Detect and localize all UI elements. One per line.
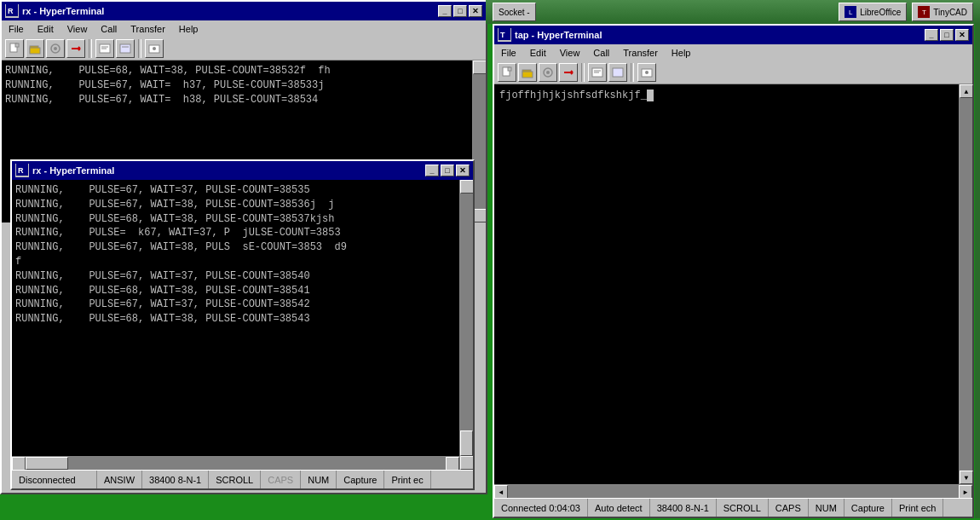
rx-menu-transfer[interactable]: Transfer [127,22,169,36]
rx-menu-call[interactable]: Call [97,22,120,36]
tinycad-label: TinyCAD [933,8,967,17]
svg-rect-34 [613,68,623,77]
libreoffice-icon: L [845,6,856,18]
rx-scroll-down-btn-top[interactable]: ▼ [473,209,486,222]
tap-window-icon: T [498,28,511,42]
rx-tb-open[interactable] [26,39,44,58]
rx-tb-capture[interactable] [145,39,164,58]
libreoffice-label: LibreOffice [860,8,901,17]
tap-tb-receive[interactable] [608,63,627,82]
tap-menu-transfer[interactable]: Transfer [620,46,661,60]
rx-menu-file[interactable]: File [5,22,27,36]
svg-text:R: R [18,166,24,175]
tap-tb-capture[interactable] [637,63,656,82]
terminal-line-3: RUNNING, PULSE=67, WAIT= h38, PULSE-COUN… [5,93,482,107]
tap-tb-sep2 [631,63,634,82]
tap-scrollbar-v: ▲ ▼ [959,84,972,484]
rx-maximize-button[interactable]: □ [453,5,467,17]
desktop-right-edge [975,24,980,518]
tap-status-encoding: Auto detect [588,499,650,517]
inner-line-2: RUNNING, PULSE=68, WAIT=38, PULSE-COUNT=… [15,212,470,227]
rx-tb-new[interactable] [5,39,24,58]
app-btn-tinycad[interactable]: T TinyCAD [912,3,973,21]
app-btn-socket[interactable]: Socket - [493,3,536,21]
tap-tb-send[interactable] [588,63,607,82]
desktop-top-bar: Socket - L LibreOffice T TinyCAD [486,0,980,24]
svg-rect-25 [522,72,533,78]
tap-scroll-up[interactable]: ▲ [960,84,973,98]
inner-line-1: RUNNING, PULSE=67, WAIT=38, PULSE-COUNT=… [15,198,470,212]
tap-status-capture: Capture [845,499,892,517]
tap-status-caps: CAPS [769,499,809,517]
tap-maximize-button[interactable]: □ [940,29,954,41]
tap-close-button[interactable]: ✕ [955,29,969,41]
rx-inner-maximize[interactable]: □ [441,165,454,176]
svg-text:R: R [8,7,14,15]
rx-minimize-button[interactable]: _ [438,5,452,17]
rx-tb-send[interactable] [95,39,114,58]
tap-hscroll-left[interactable]: ◄ [494,485,508,499]
tap-scroll-track [960,98,972,471]
rx-inner-title-bar[interactable]: R rx - HyperTerminal _ □ ✕ [12,161,473,180]
rx-window-controls: _ □ ✕ [438,5,482,17]
tap-tb-disconnect[interactable] [559,63,578,82]
tap-minimize-button[interactable]: _ [925,29,938,41]
rx-menu-edit[interactable]: Edit [34,22,57,36]
tap-menu-edit[interactable]: Edit [527,46,550,60]
tap-title-bar[interactable]: T tap - HyperTerminal _ □ ✕ [494,26,972,44]
tap-menu-view[interactable]: View [556,46,584,60]
svg-point-7 [54,47,57,50]
rx-inner-status-bar: Disconnected ANSIW 38400 8-N-1 SCROLL CA… [12,470,473,488]
tap-tb-props[interactable] [539,63,557,82]
tap-menu-file[interactable]: File [498,46,520,60]
rx-inner-hscroll-thumb[interactable] [26,457,68,470]
rx-hyperterminal-window: R rx - HyperTerminal _ □ ✕ File Edit Vie… [0,0,487,494]
rx-title-bar[interactable]: R rx - HyperTerminal _ □ ✕ [2,2,486,20]
tap-terminal-area: fjoffhjhjkjshfsdfkshkjf_ ▲ ▼ [494,84,972,484]
rx-inner-scroll-up[interactable]: ▲ [460,180,473,194]
rx-close-button[interactable]: ✕ [469,5,482,17]
rx-menu-view[interactable]: View [64,22,91,36]
tap-tb-new[interactable] [498,63,516,82]
tap-scroll-down[interactable]: ▼ [960,471,973,484]
tap-tb-open[interactable] [518,63,537,82]
tap-terminal-content[interactable]: fjoffhjhjkjshfsdfkshkjf_ [494,84,959,484]
tap-menu-bar: File Edit View Call Transfer Help [494,44,972,61]
svg-line-30 [571,72,573,74]
rx-tb-props[interactable] [46,39,65,58]
tap-hscroll-right[interactable]: ► [959,485,972,499]
terminal-line-1: RUNNING, PULSE=68, WAIT=38, PULSE-COUNT=… [5,64,482,78]
rx-tb-sep2 [138,39,141,58]
tap-hscroll-track [508,485,959,498]
rx-inner-window: R rx - HyperTerminal _ □ ✕ RUNNING, PULS… [10,159,475,490]
rx-menu-help[interactable]: Help [176,22,202,36]
rx-inner-terminal[interactable]: RUNNING, PULSE=67, WAIT=37, PULSE-COUNT=… [12,180,473,470]
rx-tb-disconnect[interactable] [66,39,85,58]
rx-window-icon: R [5,4,19,18]
rx-inner-scroll-thumb[interactable] [460,430,473,456]
rx-inner-scrollbar-v: ▲ ▼ [459,180,473,470]
inner-line-5: f [15,255,470,269]
rx-tb-receive[interactable] [116,39,135,58]
tap-menu-help[interactable]: Help [668,46,695,60]
tap-status-baud: 38400 8-N-1 [650,499,717,517]
terminal-line-2: RUNNING, PULSE=67, WAIT= h37, PULSE-COUN… [5,78,482,93]
tap-scrollbar-h: ◄ ► [494,484,972,498]
rx-inner-scroll-track [460,194,473,456]
rx-toolbar [2,38,486,61]
svg-rect-23 [508,67,511,71]
rx-scroll-up-btn[interactable]: ▲ [473,61,486,74]
rx-inner-minimize[interactable]: _ [425,165,439,176]
rx-inner-icon: R [15,164,29,177]
rx-inner-scroll-down[interactable]: ▼ [460,456,473,470]
rx-inner-close[interactable]: ✕ [456,165,470,176]
tap-menu-call[interactable]: Call [590,46,613,60]
tap-status-bar: Connected 0:04:03 Auto detect 38400 8-N-… [494,498,972,517]
app-btn-libreoffice[interactable]: L LibreOffice [839,3,907,21]
rx-inner-status-scroll: SCROLL [209,471,261,488]
rx-inner-hscroll-left[interactable]: ◄ [12,457,26,470]
inner-line-3: RUNNING, PULSE= k67, WAIT=37, P jULSE-CO… [15,226,470,240]
rx-inner-status-num: NUM [301,471,337,488]
inner-line-0: RUNNING, PULSE=67, WAIT=37, PULSE-COUNT=… [15,183,470,198]
rx-inner-hscroll-right[interactable]: ► [446,457,459,470]
